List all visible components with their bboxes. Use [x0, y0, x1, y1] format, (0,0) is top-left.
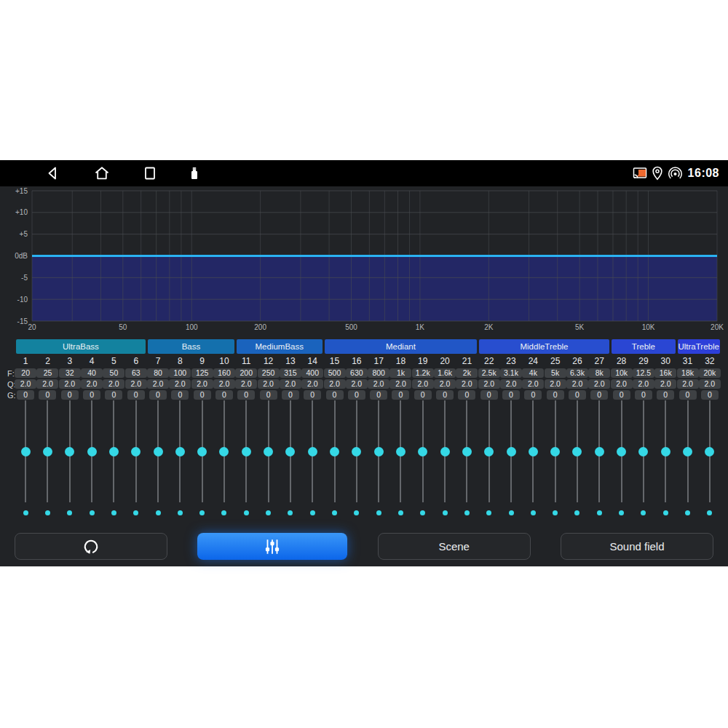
slider-thumb[interactable] — [507, 447, 516, 456]
band-dot-cell — [103, 510, 124, 515]
eq-band-slider[interactable] — [191, 400, 213, 502]
eq-band-slider[interactable] — [610, 400, 632, 502]
eq-band-slider[interactable] — [235, 400, 257, 502]
eq-band-slider[interactable] — [280, 400, 301, 502]
slider-thumb[interactable] — [308, 447, 317, 456]
slider-thumb[interactable] — [87, 447, 97, 456]
eq-band-slider[interactable] — [588, 400, 610, 502]
eq-band-slider[interactable] — [169, 400, 191, 502]
slider-thumb[interactable] — [219, 447, 229, 456]
slider-thumb[interactable] — [617, 447, 626, 456]
slider-thumb[interactable] — [285, 447, 295, 456]
eq-band-slider[interactable] — [15, 400, 36, 502]
equalizer-button[interactable] — [197, 533, 347, 560]
eq-band-slider[interactable] — [368, 400, 389, 502]
eq-band-slider[interactable] — [301, 400, 323, 502]
slider-thumb[interactable] — [529, 447, 538, 456]
eq-band-slider[interactable] — [545, 400, 566, 502]
slider-thumb[interactable] — [572, 447, 582, 456]
band-dot-cell — [500, 510, 522, 515]
eq-band-slider[interactable] — [434, 400, 456, 502]
slider-thumb[interactable] — [330, 447, 339, 456]
eq-band-slider[interactable] — [323, 400, 345, 502]
eq-band-slider[interactable] — [257, 400, 279, 502]
q-values-row: 2.02.02.02.02.02.02.02.02.02.02.02.02.02… — [15, 379, 721, 390]
slider-thumb[interactable] — [197, 447, 207, 456]
slider-thumb[interactable] — [131, 447, 141, 456]
band-frequency-value-cell: 6.3k — [566, 368, 588, 379]
scene-button[interactable]: Scene — [378, 533, 531, 560]
eq-band-slider[interactable] — [456, 400, 478, 502]
band-dot-cell — [169, 510, 191, 515]
back-icon[interactable] — [44, 165, 62, 182]
eq-band-slider[interactable] — [633, 400, 654, 502]
eq-band-slider[interactable] — [566, 400, 588, 502]
eq-band-slider[interactable] — [213, 400, 235, 502]
slider-thumb[interactable] — [109, 447, 119, 456]
equalizer-page: 16:08 +15+10+50dB-5-10-1520501002005001K… — [0, 160, 728, 566]
usb-icon[interactable] — [186, 165, 203, 182]
band-group-middletreble: MiddleTreble — [479, 339, 609, 354]
slider-thumb[interactable] — [396, 447, 405, 456]
band-number: 26 — [566, 356, 588, 366]
eq-band-slider[interactable] — [699, 400, 721, 502]
slider-thumb[interactable] — [65, 447, 74, 456]
slider-thumb[interactable] — [661, 447, 670, 456]
eq-band-slider[interactable] — [522, 400, 544, 502]
band-q-value-cell: 2.0 — [389, 379, 411, 390]
band-number: 29 — [633, 356, 654, 366]
band-q-value: 2.0 — [235, 379, 257, 389]
slider-thumb[interactable] — [638, 447, 648, 456]
band-frequency-value-cell: 100 — [169, 368, 191, 379]
eq-band-slider[interactable] — [125, 400, 147, 502]
eq-band-slider[interactable] — [500, 400, 522, 502]
slider-thumb[interactable] — [418, 447, 427, 456]
eq-band-slider[interactable] — [389, 400, 411, 502]
slider-thumb[interactable] — [21, 447, 31, 456]
band-indicator-dot — [288, 510, 293, 515]
band-gain-value: 0 — [326, 390, 344, 400]
band-gain-value: 0 — [260, 390, 277, 400]
eq-band-slider[interactable] — [346, 400, 368, 502]
eq-band-slider[interactable] — [103, 400, 124, 502]
band-gain-value-cell: 0 — [699, 390, 721, 401]
slider-thumb[interactable] — [154, 447, 163, 456]
slider-thumb[interactable] — [683, 447, 692, 456]
sound-field-button[interactable]: Sound field — [561, 533, 713, 560]
band-frequency-value-cell: 8k — [588, 368, 610, 379]
eq-band-slider[interactable] — [59, 400, 81, 502]
slider-thumb[interactable] — [484, 447, 494, 456]
band-dot-cell — [412, 510, 434, 515]
band-frequency-value: 12.5 — [633, 368, 654, 378]
band-sliders-row — [15, 400, 721, 502]
slider-thumb[interactable] — [175, 447, 185, 456]
band-indicator-dot — [332, 510, 337, 515]
slider-thumb[interactable] — [440, 447, 450, 456]
slider-thumb[interactable] — [595, 447, 604, 456]
slider-thumb[interactable] — [374, 447, 384, 456]
eq-band-slider[interactable] — [147, 400, 169, 502]
slider-thumb[interactable] — [705, 447, 714, 456]
slider-thumb[interactable] — [550, 447, 560, 456]
band-gain-value: 0 — [436, 390, 454, 400]
home-icon[interactable] — [93, 165, 111, 182]
band-gain-value-cell: 0 — [610, 390, 632, 401]
slider-thumb[interactable] — [264, 447, 273, 456]
slider-thumb[interactable] — [242, 447, 251, 456]
slider-thumb[interactable] — [352, 447, 361, 456]
slider-thumb[interactable] — [462, 447, 472, 456]
slider-thumb[interactable] — [43, 447, 52, 456]
eq-band-slider[interactable] — [412, 400, 434, 502]
band-q-value: 2.0 — [611, 379, 633, 389]
recents-icon[interactable] — [141, 165, 159, 182]
eq-band-slider[interactable] — [81, 400, 103, 502]
band-frequency-value-cell: 400 — [301, 368, 323, 379]
band-group-treble: Treble — [612, 339, 676, 354]
reset-button[interactable] — [15, 533, 167, 560]
band-gain-value-cell: 0 — [15, 390, 36, 401]
band-gain-value-cell: 0 — [456, 390, 478, 401]
eq-band-slider[interactable] — [676, 400, 698, 502]
eq-band-slider[interactable] — [478, 400, 500, 502]
eq-band-slider[interactable] — [654, 400, 676, 502]
eq-band-slider[interactable] — [36, 400, 58, 502]
